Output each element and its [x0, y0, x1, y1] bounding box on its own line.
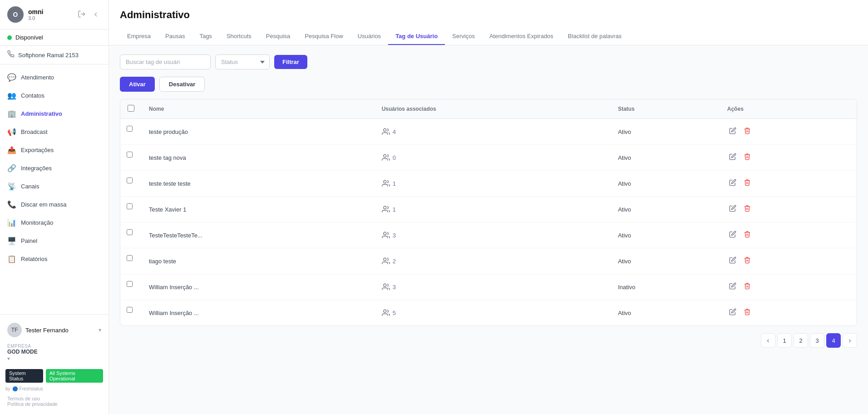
- pagination-page-4[interactable]: 4: [826, 333, 841, 348]
- pagination-page-1[interactable]: 1: [777, 333, 792, 348]
- select-all-checkbox[interactable]: [128, 105, 134, 112]
- sidebar-header-info: omni 3.0: [28, 8, 73, 21]
- tab-blacklist[interactable]: Blacklist de palavras: [561, 28, 629, 45]
- sidebar-item-monitoracao[interactable]: 📊 Monitoração: [0, 213, 108, 232]
- table-row: teste teste teste 1 Ativo: [120, 171, 857, 197]
- user-name: Tester Fernando: [25, 327, 95, 334]
- cell-nome-6: William Inserção ...: [142, 274, 375, 300]
- sidebar-item-label-relatorios: Relatórios: [21, 256, 48, 262]
- delete-button-7[interactable]: [742, 306, 753, 319]
- filter-bar: Status Ativo Inativo Filtrar: [120, 54, 857, 69]
- administrativo-icon: 🏢: [7, 109, 16, 118]
- softphone-row[interactable]: Softphone Ramal 2153: [0, 46, 108, 64]
- cell-acoes-6: [720, 274, 857, 300]
- painel-icon: 🖥️: [7, 236, 16, 245]
- row-checkbox-5[interactable]: [127, 255, 133, 261]
- sidebar-item-label-atendimento: Atendimento: [21, 74, 54, 81]
- svg-point-3: [383, 180, 386, 183]
- relatorios-icon: 📋: [7, 254, 16, 263]
- sidebar-footer-links: Termos de uso Política de privacidade: [0, 394, 108, 410]
- sidebar-header: O omni 3.0: [0, 0, 108, 30]
- delete-button-3[interactable]: [742, 203, 753, 216]
- status-select[interactable]: Status Ativo Inativo: [215, 54, 270, 69]
- pagination-prev[interactable]: ‹: [761, 333, 775, 348]
- tab-pesquisa-flow[interactable]: Pesquisa Flow: [297, 28, 350, 45]
- tab-tag-de-usuario[interactable]: Tag de Usuário: [388, 28, 445, 45]
- cell-usuarios-1[interactable]: 0: [375, 145, 611, 171]
- cell-status-2: Ativo: [611, 171, 720, 197]
- users-count-7: 5: [393, 310, 396, 316]
- logout-icon[interactable]: [78, 10, 86, 20]
- politica-link[interactable]: Política de privacidade: [7, 401, 58, 407]
- row-checkbox-1[interactable]: [127, 151, 133, 158]
- pagination-next[interactable]: ›: [843, 333, 857, 348]
- main-content: Administrativo EmpresaPausasTagsShortcut…: [109, 0, 868, 414]
- sidebar-collapse-button[interactable]: [90, 9, 101, 20]
- edit-button-2[interactable]: [727, 177, 738, 190]
- cell-status-7: Ativo: [611, 300, 720, 326]
- system-status-bar[interactable]: System Status All Systems Operational: [0, 365, 108, 386]
- edit-button-1[interactable]: [727, 151, 738, 164]
- delete-button-1[interactable]: [742, 151, 753, 164]
- avatar: O: [7, 6, 24, 23]
- tab-tags[interactable]: Tags: [192, 28, 219, 45]
- system-status-value: All Systems Operational: [46, 369, 103, 383]
- cell-usuarios-3[interactable]: 1: [375, 197, 611, 222]
- termos-link[interactable]: Termos de uso: [7, 396, 40, 401]
- row-checkbox-2[interactable]: [127, 177, 133, 184]
- cell-acoes-5: [720, 248, 857, 274]
- table-row: TesteTesteTesteTe... 3 Ativo: [120, 222, 857, 248]
- tab-usuarios[interactable]: Usuários: [350, 28, 388, 45]
- filter-button[interactable]: Filtrar: [274, 55, 307, 69]
- edit-button-3[interactable]: [727, 203, 738, 216]
- tab-atendimentos-expirados[interactable]: Atendimentos Expirados: [482, 28, 561, 45]
- cell-usuarios-4[interactable]: 3: [375, 222, 611, 248]
- sidebar-item-discar-em-massa[interactable]: 📞 Discar em massa: [0, 195, 108, 213]
- monitoracao-icon: 📊: [7, 218, 16, 227]
- pagination-page-3[interactable]: 3: [810, 333, 824, 348]
- edit-button-6[interactable]: [727, 281, 738, 293]
- delete-button-6[interactable]: [742, 281, 753, 293]
- delete-button-5[interactable]: [742, 255, 753, 267]
- row-checkbox-4[interactable]: [127, 229, 133, 236]
- user-section[interactable]: TF Tester Fernando ▾: [0, 318, 108, 342]
- sidebar-item-exportacoes[interactable]: 📤 Exportações: [0, 141, 108, 159]
- tab-shortcuts[interactable]: Shortcuts: [219, 28, 259, 45]
- tab-empresa[interactable]: Empresa: [120, 28, 158, 45]
- tab-servicos[interactable]: Serviços: [445, 28, 482, 45]
- edit-button-4[interactable]: [727, 229, 738, 242]
- row-checkbox-6[interactable]: [127, 281, 133, 287]
- pagination-page-2[interactable]: 2: [794, 333, 808, 348]
- edit-button-0[interactable]: [727, 125, 738, 138]
- row-checkbox-0[interactable]: [127, 125, 133, 132]
- row-checkbox-3[interactable]: [127, 203, 133, 210]
- col-status: Status: [611, 99, 720, 119]
- delete-button-2[interactable]: [742, 177, 753, 190]
- users-count-6: 3: [393, 284, 396, 291]
- sidebar-item-painel[interactable]: 🖥️ Painel: [0, 232, 108, 250]
- sidebar-item-integracoes[interactable]: 🔗 Integrações: [0, 159, 108, 177]
- sidebar-item-relatorios[interactable]: 📋 Relatórios: [0, 250, 108, 268]
- ativar-button[interactable]: Ativar: [120, 77, 155, 92]
- edit-button-5[interactable]: [727, 255, 738, 267]
- edit-button-7[interactable]: [727, 306, 738, 319]
- sidebar-item-administrativo[interactable]: 🏢 Administrativo: [0, 104, 108, 123]
- table-container: Nome Usuários associados Status Ações te…: [120, 99, 857, 326]
- delete-button-0[interactable]: [742, 125, 753, 138]
- tab-pausas[interactable]: Pausas: [158, 28, 192, 45]
- cell-usuarios-5[interactable]: 2: [375, 248, 611, 274]
- desativar-button[interactable]: Desativar: [159, 77, 205, 92]
- delete-button-4[interactable]: [742, 229, 753, 242]
- cell-usuarios-0[interactable]: 4: [375, 119, 611, 145]
- sidebar-item-canais[interactable]: 📡 Canais: [0, 177, 108, 195]
- sidebar-item-atendimento[interactable]: 💬 Atendimento: [0, 68, 108, 86]
- sidebar-item-broadcast[interactable]: 📢 Broadcast: [0, 123, 108, 141]
- cell-usuarios-2[interactable]: 1: [375, 171, 611, 197]
- search-input[interactable]: [120, 54, 211, 69]
- sidebar-item-contatos[interactable]: 👥 Contatos: [0, 86, 108, 104]
- status-row[interactable]: Disponível: [0, 30, 108, 46]
- cell-usuarios-6[interactable]: 3: [375, 274, 611, 300]
- row-checkbox-7[interactable]: [127, 306, 133, 313]
- cell-usuarios-7[interactable]: 5: [375, 300, 611, 326]
- tab-pesquisa[interactable]: Pesquisa: [259, 28, 297, 45]
